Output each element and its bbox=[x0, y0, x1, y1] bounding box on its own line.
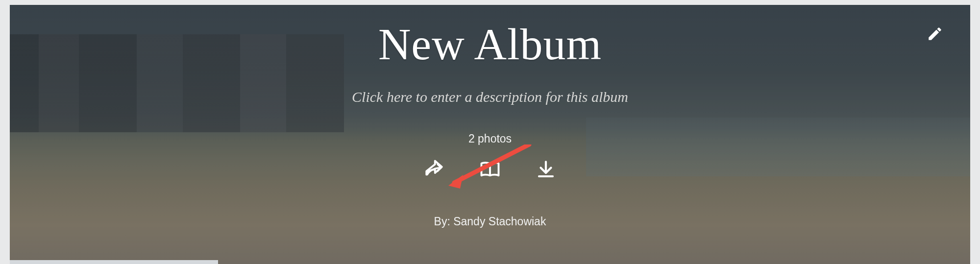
book-button[interactable] bbox=[480, 159, 500, 180]
download-icon bbox=[536, 159, 556, 180]
album-title[interactable]: New Album bbox=[378, 20, 602, 69]
share-button[interactable] bbox=[424, 159, 444, 180]
album-byline: By: Sandy Stachowiak bbox=[434, 215, 546, 228]
album-description-input[interactable]: Click here to enter a description for th… bbox=[352, 89, 628, 105]
action-row bbox=[424, 159, 556, 180]
share-icon bbox=[424, 159, 444, 180]
byline-prefix: By: bbox=[434, 215, 454, 228]
album-header: New Album Click here to enter a descript… bbox=[10, 5, 970, 264]
download-button[interactable] bbox=[536, 159, 556, 180]
thumbnail-strip bbox=[10, 260, 218, 264]
byline-author: Sandy Stachowiak bbox=[453, 215, 546, 228]
pencil-icon bbox=[927, 25, 943, 42]
book-icon bbox=[480, 159, 500, 180]
edit-button[interactable] bbox=[927, 25, 943, 42]
photo-count: 2 photos bbox=[468, 132, 512, 145]
album-content: New Album Click here to enter a descript… bbox=[10, 5, 970, 228]
